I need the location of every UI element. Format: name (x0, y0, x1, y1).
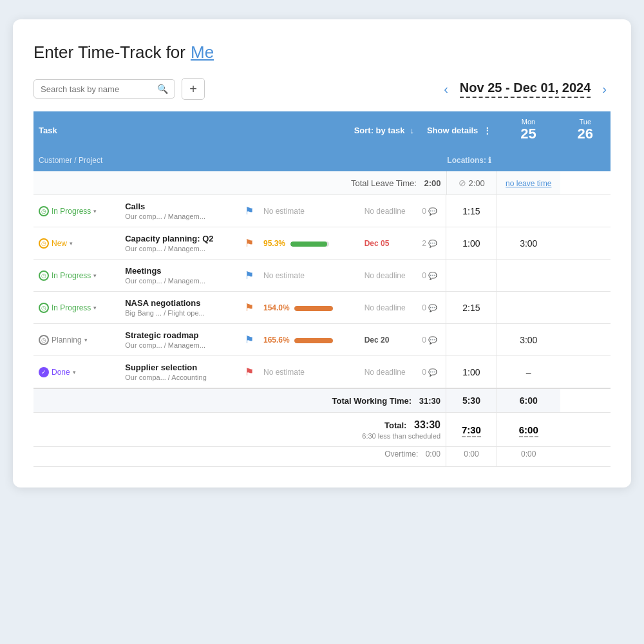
task-name: Supplier selection (125, 363, 237, 372)
table-row: ◷ In Progress ▾ NASA negotiations Big Ba… (33, 292, 611, 324)
leave-label: Total Leave Time: 2:00 (33, 171, 446, 195)
tue-label: Tue (565, 118, 605, 126)
no-estimate: No estimate (263, 368, 305, 377)
progress-bar-fill (294, 306, 333, 311)
tue-header: Tue 26 (560, 111, 611, 149)
task-customer-project: Big Bang ... / Flight ope... (125, 309, 237, 317)
task-name-cell: Supplier selection Our compa... / Accoun… (120, 356, 242, 389)
task-tue-time[interactable]: 3:00 (497, 324, 560, 356)
progress-bar-bg (294, 306, 333, 311)
status-label[interactable]: In Progress (52, 271, 91, 280)
task-mon-time[interactable]: 1:00 (446, 356, 497, 389)
status-label[interactable]: Done (52, 368, 70, 377)
task-mon-time[interactable] (446, 260, 497, 292)
task-mon-time[interactable] (446, 324, 497, 356)
task-tue-time[interactable] (497, 292, 560, 324)
status-arrow: ▾ (93, 305, 97, 311)
user-link[interactable]: Me (191, 43, 214, 62)
task-status-cell: ◷ In Progress ▾ (33, 195, 120, 227)
table-row: ◷ In Progress ▾ Meetings Our comp... / M… (33, 260, 611, 292)
overtime-tue: 0:00 (497, 447, 560, 467)
overtime-mon: 0:00 (446, 447, 497, 467)
task-name-cell: Calls Our comp... / Managem... (120, 195, 242, 227)
overtime-label: Overtime: (384, 450, 418, 459)
comments-cell: 0 💬 (417, 324, 446, 356)
overtime-row: Overtime: 0:00 0:00 0:00 (33, 447, 611, 467)
task-name: Meetings (125, 266, 237, 276)
show-details-label[interactable]: Show details (427, 126, 478, 135)
add-button[interactable]: + (182, 78, 205, 100)
status-arrow: ▾ (93, 272, 97, 279)
total-tue: 6:00 (497, 413, 560, 447)
flag-icon: ⚑ (245, 302, 254, 313)
table-header-row: Task Sort: by task ↓ Show details ⋮ Mon … (33, 111, 611, 149)
task-tue-time[interactable] (497, 195, 560, 227)
progress-cell: No estimate (258, 260, 359, 292)
comment-icon: 💬 (428, 368, 437, 376)
task-name-cell: Capacity planning: Q2 Our comp... / Mana… (120, 227, 242, 260)
status-label[interactable]: Planning (52, 336, 82, 345)
locations-info-icon[interactable]: ℹ (488, 156, 491, 165)
no-leave-time-link[interactable]: no leave time (506, 179, 551, 188)
task-status-cell: ◷ In Progress ▾ (33, 260, 120, 292)
no-estimate: No estimate (263, 271, 305, 280)
task-mon-time[interactable]: 2:15 (446, 292, 497, 324)
mon-col-empty (497, 149, 560, 171)
mon-num: 25 (502, 126, 554, 142)
task-status-cell: ◷ New ▾ (33, 227, 120, 260)
task-name: NASA negotiations (125, 298, 237, 308)
comment-icon: 💬 (428, 272, 437, 279)
working-time-label: Total Working Time: 31:30 (33, 388, 446, 413)
status-arrow: ▾ (93, 208, 97, 214)
task-header: Task (33, 111, 242, 149)
comments-cell: 2 💬 (417, 227, 446, 260)
time-track-table: Task Sort: by task ↓ Show details ⋮ Mon … (33, 111, 611, 467)
flag-cell: ⚑ (242, 260, 258, 292)
total-mon: 7:30 (446, 413, 497, 447)
flag-icon: ⚑ (245, 238, 254, 249)
progress-cell: 165.6% (258, 324, 359, 356)
task-tue-time[interactable]: 3:00 (497, 227, 560, 260)
status-arrow: ▾ (84, 337, 88, 343)
deadline-cell: No deadline (359, 195, 417, 227)
comment-icon: 💬 (428, 304, 437, 312)
status-label[interactable]: In Progress (52, 303, 91, 312)
task-customer-project: Our comp... / Managem... (125, 245, 237, 252)
flag-icon: ⚑ (245, 366, 254, 377)
flag-cell: ⚑ (242, 292, 258, 324)
task-customer-project: Our comp... / Managem... (125, 277, 237, 285)
task-name: Calls (125, 202, 237, 211)
sort-label: Sort: by task (354, 126, 405, 135)
leave-clock-icon: ⊘ (459, 178, 466, 188)
task-mon-time[interactable]: 1:15 (446, 195, 497, 227)
next-week-button[interactable]: › (598, 80, 611, 98)
flag-cell: ⚑ (242, 195, 258, 227)
task-tue-time[interactable] (497, 260, 560, 292)
no-estimate: No estimate (263, 207, 305, 216)
comments-cell: 0 💬 (417, 260, 446, 292)
comments-cell: 0 💬 (417, 356, 446, 389)
status-label[interactable]: New (52, 239, 67, 248)
show-details-icon[interactable]: ⋮ (483, 126, 491, 135)
locations-header: Locations: ℹ (242, 149, 497, 171)
progress-bar-bg (294, 338, 333, 343)
search-input[interactable] (41, 84, 157, 94)
task-tue-time[interactable]: – (497, 356, 560, 389)
leave-mon: ⊘ 2:00 (446, 171, 497, 194)
sort-icon[interactable]: ↓ (410, 126, 414, 135)
working-mon: 5:30 (446, 388, 497, 413)
overtime-value: 0:00 (426, 450, 440, 459)
leave-tue: no leave time (497, 171, 560, 195)
working-tue: 6:00 (497, 388, 560, 413)
prev-week-button[interactable]: ‹ (440, 80, 452, 98)
progress-pct: 154.0% (263, 303, 290, 312)
task-status-cell: ◷ Planning ▾ (33, 324, 120, 356)
toolbar: 🔍 + ‹ Nov 25 - Dec 01, 2024 › (33, 78, 611, 100)
status-label[interactable]: In Progress (52, 207, 91, 216)
leave-row: Total Leave Time: 2:00 ⊘ 2:00 no leave t… (33, 171, 611, 195)
table-row: ◷ Planning ▾ Strategic roadmap Our comp.… (33, 324, 611, 356)
task-mon-time[interactable]: 1:00 (446, 227, 497, 260)
total-label-cell: Total: 33:30 6:30 less than scheduled (33, 413, 446, 447)
deadline-cell: No deadline (359, 260, 417, 292)
page-title: Enter Time-Track for (33, 43, 185, 62)
